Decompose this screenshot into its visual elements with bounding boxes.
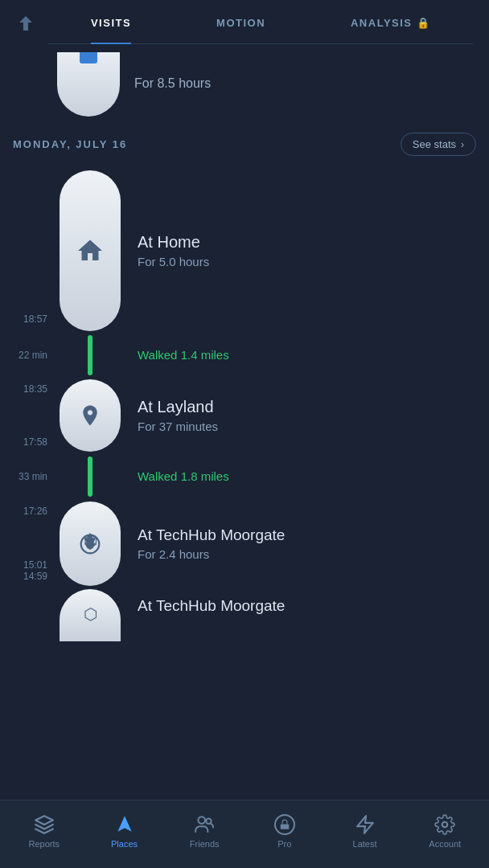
nav-pro-label: Pro	[277, 839, 291, 849]
nav-account[interactable]: Account	[405, 814, 485, 849]
transit-line-col-2	[57, 457, 123, 497]
tab-visits[interactable]: VISITS	[91, 17, 131, 44]
visit-info-techhub1: At TechHub Moorgate For 2.4 hours	[123, 502, 285, 586]
header-tabs: VISITS MOTION ANALYSIS 🔒	[48, 17, 473, 44]
bolt-icon	[355, 814, 376, 835]
techhub-icon-1: ⬡	[76, 530, 104, 558]
nav-account-label: Account	[429, 839, 461, 849]
time-col-techhub1: 17:26 15:01 14:59	[13, 502, 57, 586]
time-layland-bottom: 17:58	[23, 436, 47, 448]
transit-walked-2: Walked 1.8 miles	[138, 469, 229, 483]
visit-layland: 18:35 17:58 At Layland For 37 minutes	[13, 379, 476, 452]
partial-visit-item: For 8.5 hours	[57, 46, 476, 129]
visit-name-techhub1: At TechHub Moorgate	[138, 526, 285, 544]
time-techhub1-bot2: 14:59	[23, 571, 47, 582]
svg-point-6	[442, 821, 448, 827]
bubble-col-techhub2: ⬡	[57, 589, 123, 641]
svg-text:⬡: ⬡	[84, 605, 97, 623]
home-bubble	[60, 170, 121, 331]
visit-techhub1: 17:26 15:01 14:59 ⬡	[13, 502, 476, 586]
transit-line-col-1	[57, 335, 123, 375]
svg-text:⬡: ⬡	[84, 531, 97, 549]
visit-info-techhub2: At TechHub Moorgate	[123, 589, 285, 615]
bubble-col-layland	[57, 379, 123, 452]
nav-places[interactable]: Places	[84, 814, 165, 849]
nav-latest-label: Latest	[353, 839, 377, 849]
techhub2-bubble: ⬡	[60, 589, 121, 641]
transit-info-1: Walked 1.4 miles	[123, 348, 229, 362]
app-logo	[16, 14, 35, 38]
time-techhub1-top: 17:26	[23, 506, 47, 517]
nav-friends[interactable]: Friends	[164, 814, 244, 849]
friends-icon	[194, 814, 215, 835]
visit-home: 18:57 At Home For 5.0 hours	[13, 170, 476, 331]
time-layland-top: 18:35	[23, 383, 47, 395]
techhub-icon-2: ⬡	[78, 604, 102, 628]
transit-line-2	[88, 457, 92, 497]
visit-duration-home: For 5.0 hours	[138, 255, 209, 268]
nav-reports-label: Reports	[29, 839, 60, 849]
nav-pro[interactable]: Pro	[244, 814, 325, 849]
time-col-layland: 18:35 17:58	[13, 379, 57, 452]
partial-bubble	[57, 52, 120, 117]
nav-friends-label: Friends	[190, 839, 220, 849]
visit-duration-techhub1: For 2.4 hours	[138, 547, 285, 561]
day-separator: MONDAY, JULY 16 See stats ›	[13, 133, 476, 156]
visit-name-home: At Home	[138, 233, 209, 252]
transit-min-1: 22 min	[18, 350, 47, 361]
see-stats-label: See stats	[413, 138, 456, 150]
nav-reports[interactable]: Reports	[4, 814, 84, 849]
svg-rect-5	[281, 824, 290, 829]
transit-2: 33 min Walked 1.8 miles	[13, 452, 476, 502]
visit-techhub2: ⬡ At TechHub Moorgate	[13, 589, 476, 641]
bubble-col-techhub1: ⬡	[57, 502, 123, 586]
transit-info-2: Walked 1.8 miles	[123, 469, 229, 484]
lock-icon	[279, 819, 290, 830]
pro-icon-container	[274, 814, 295, 835]
transit-time-1: 22 min	[13, 350, 57, 361]
visit-info-home: At Home For 5.0 hours	[123, 170, 209, 331]
chevron-right-icon: ›	[461, 139, 464, 150]
tab-motion[interactable]: MOTION	[216, 17, 265, 35]
lock-icon: 🔒	[417, 17, 431, 29]
time-techhub1-bot1: 15:01	[23, 559, 47, 571]
visit-duration-layland: For 37 minutes	[138, 420, 218, 433]
timeline: 18:57 At Home For 5.0 hours 22 min	[13, 170, 476, 641]
blue-bar	[80, 52, 97, 63]
nav-latest[interactable]: Latest	[325, 814, 405, 849]
time-home-bottom: 18:57	[23, 313, 47, 325]
visit-info-layland: At Layland For 37 minutes	[123, 379, 218, 452]
day-label: MONDAY, JULY 16	[13, 138, 127, 150]
main-content: For 8.5 hours MONDAY, JULY 16 See stats …	[0, 46, 489, 777]
navigation-icon	[114, 814, 135, 835]
header: VISITS MOTION ANALYSIS 🔒	[0, 0, 489, 46]
transit-line-1	[88, 335, 92, 375]
transit-walked-1: Walked 1.4 miles	[138, 348, 229, 362]
bottom-nav: Reports Places Friends Pro Latest	[0, 800, 489, 868]
layers-icon	[34, 814, 55, 835]
tab-analysis[interactable]: ANALYSIS 🔒	[351, 17, 430, 35]
svg-point-4	[206, 818, 212, 823]
visit-name-layland: At Layland	[138, 398, 218, 416]
techhub1-bubble: ⬡	[60, 502, 121, 586]
see-stats-button[interactable]: See stats ›	[401, 133, 476, 156]
partial-visit-info: For 8.5 hours	[120, 52, 211, 91]
visit-name-techhub2: At TechHub Moorgate	[138, 597, 285, 614]
partial-duration: For 8.5 hours	[134, 76, 211, 90]
transit-time-2: 33 min	[13, 471, 57, 482]
time-col-home: 18:57	[13, 170, 57, 331]
bubble-col-home	[57, 170, 123, 331]
layland-icon	[78, 403, 102, 428]
home-icon	[76, 236, 105, 265]
transit-1: 22 min Walked 1.4 miles	[13, 331, 476, 379]
transit-min-2: 33 min	[18, 471, 47, 482]
layland-bubble	[60, 379, 121, 452]
nav-places-label: Places	[111, 839, 138, 849]
gear-icon	[434, 814, 455, 835]
svg-point-3	[199, 817, 206, 824]
